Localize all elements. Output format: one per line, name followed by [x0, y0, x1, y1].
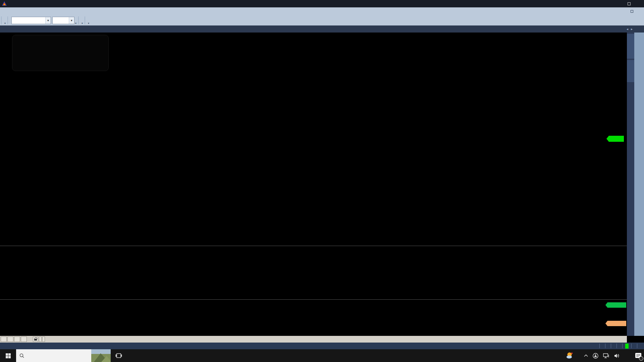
toolbar-grip	[85, 17, 86, 24]
toolbar-grip	[1, 17, 3, 24]
mdi-minimize-button[interactable]	[622, 8, 629, 14]
status-x	[599, 344, 605, 348]
status-bar	[0, 343, 644, 349]
lock-icon[interactable]	[33, 337, 38, 342]
sheet-s-button[interactable]	[39, 337, 42, 342]
toolbar-grip	[7, 17, 9, 24]
restore-button[interactable]	[624, 0, 634, 7]
interval-dropdown-icon[interactable]: ▼	[69, 17, 74, 24]
toolbar-grip	[78, 17, 80, 24]
volume-ma-badge	[605, 321, 626, 326]
system-tray	[563, 349, 644, 362]
teams-tray-icon[interactable]	[590, 349, 601, 362]
mdi-close-button[interactable]	[635, 8, 642, 14]
sheet-i-button[interactable]	[42, 337, 45, 342]
task-view-icon	[115, 353, 122, 359]
weather-icon	[566, 352, 574, 360]
document-tab-bar: ◂ ▸	[0, 25, 644, 33]
tab-charts[interactable]	[627, 60, 634, 82]
symbol-dropdown-icon[interactable]: ▼	[45, 17, 51, 24]
taskbar	[0, 349, 644, 362]
pane-separator[interactable]	[0, 299, 627, 300]
network-tray-icon[interactable]	[601, 349, 612, 362]
chart-area[interactable]	[0, 33, 627, 336]
drawing-tool-strip	[634, 33, 644, 336]
symbol-combobox[interactable]: ▼	[11, 17, 51, 24]
status-y	[605, 344, 611, 348]
search-icon	[19, 353, 24, 358]
tab-scroll-left-icon[interactable]: ◂	[625, 25, 630, 33]
tab-symbols[interactable]	[627, 34, 634, 59]
volume-pane-canvas[interactable]	[0, 300, 627, 336]
weather-widget[interactable]	[563, 349, 582, 362]
toolbar: ▾ ▼ ▼ ▾ ▾ ▾	[0, 15, 644, 25]
spi-pane-canvas[interactable]	[0, 246, 627, 299]
task-view-button[interactable]	[111, 349, 127, 362]
action-center-button[interactable]	[633, 349, 644, 362]
sheet-next-button[interactable]	[14, 337, 20, 342]
toolbar-overflow-icon[interactable]: ▾	[82, 22, 83, 25]
tray-chevron-up-icon[interactable]	[582, 349, 590, 362]
status-zoom	[631, 344, 637, 348]
notification-badge	[639, 356, 643, 361]
toolbar-overflow-icon[interactable]: ▾	[88, 22, 89, 25]
search-box[interactable]	[16, 349, 111, 362]
volume-tray-icon[interactable]	[612, 349, 623, 362]
status-mode	[616, 344, 622, 348]
dataplugin-badge	[625, 344, 629, 349]
amibroker-logo-icon	[2, 1, 7, 6]
pane-separator[interactable]	[0, 246, 627, 246]
interval-combobox[interactable]: ▼	[52, 17, 74, 24]
sheet-last-button[interactable]	[21, 337, 27, 342]
volume-last-badge	[605, 302, 626, 308]
title-bar	[0, 0, 644, 7]
start-button[interactable]	[0, 349, 16, 362]
toolbar-overflow-icon[interactable]: ▾	[75, 22, 76, 25]
last-price-badge	[606, 136, 624, 142]
language-indicator[interactable]	[623, 349, 627, 362]
tab-scroll-right-icon[interactable]: ▸	[630, 25, 634, 33]
status-cap	[637, 344, 643, 348]
3s-system-logo	[12, 35, 109, 71]
close-button[interactable]	[634, 0, 644, 7]
sheet-tab-bar	[0, 336, 627, 343]
toolbar-overflow-icon[interactable]: ▾	[4, 22, 6, 25]
side-panel-tabs	[627, 33, 634, 336]
status-market-info	[611, 344, 616, 348]
menu-bar	[0, 7, 644, 15]
sheet-prev-button[interactable]	[7, 337, 13, 342]
search-daily-image[interactable]	[91, 349, 111, 362]
minimize-button[interactable]	[614, 0, 624, 7]
mdi-restore-button[interactable]	[629, 8, 635, 14]
sheet-first-button[interactable]	[1, 337, 7, 342]
screen: ▾ ▼ ▼ ▾ ▾ ▾ ◂ ▸	[0, 0, 644, 362]
